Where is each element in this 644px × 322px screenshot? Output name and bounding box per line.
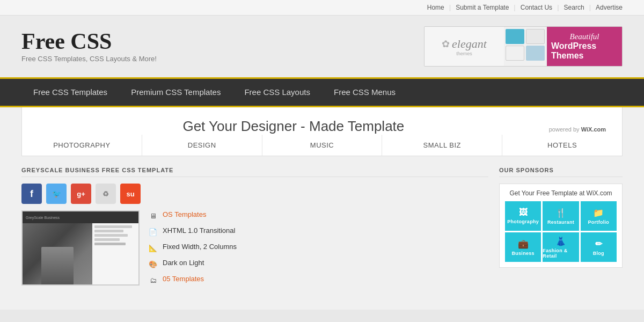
templates-count-link[interactable]: 05 Templates [163, 275, 204, 283]
site-header: Free CSS Free CSS Templates, CSS Layouts… [0, 16, 644, 79]
main-navigation: Free CSS Templates Premium CSS Templates… [0, 79, 644, 106]
wix-sponsor-grid: 🖼 Photography 🍴 Restaurant 📁 Portfolio 💼… [505, 201, 617, 262]
logo-area: Free CSS Free CSS Templates, CSS Layouts… [21, 30, 157, 63]
right-sidebar: OUR SPONSORS Get Your Free Template at W… [499, 167, 623, 291]
color-text: Dark on Light [163, 259, 204, 267]
blog-icon: ✏ [595, 239, 602, 249]
preview-topbar: GreyScale Business [23, 211, 138, 223]
ad-right-section: Beautiful WordPress Themes [547, 27, 622, 66]
ad-wp-themes-text: WordPress Themes [551, 41, 618, 61]
business-label: Business [511, 251, 534, 256]
portfolio-icon: 📁 [593, 208, 604, 218]
restaurant-icon: 🍴 [555, 208, 566, 218]
sponsors-heading: OUR SPONSORS [499, 167, 623, 177]
layout-text: Fixed Width, 2 Columns [163, 243, 237, 251]
wix-sponsor: Get Your Free Template at WiX.com 🖼 Phot… [499, 184, 623, 268]
blog-label: Blog [593, 251, 604, 256]
wix-brand: WiX.com [581, 126, 606, 133]
content-wrapper: Get Your Designer - Made Template powere… [0, 106, 644, 310]
fashion-icon: 👗 [555, 236, 566, 246]
tab-design[interactable]: DESIGN [142, 135, 262, 156]
wix-powered-by: powered by WiX.com [549, 126, 606, 133]
site-logo[interactable]: Free CSS [21, 30, 157, 53]
preview-photo [23, 223, 92, 284]
preview-mock: GreyScale Business [23, 211, 138, 284]
nav-premium-css-templates[interactable]: Premium CSS Templates [119, 79, 232, 106]
social-buttons: f 🐦 g+ ♻ su [21, 184, 488, 204]
info-color: 🎨 Dark on Light [148, 259, 488, 269]
nav-free-css-templates[interactable]: Free CSS Templates [21, 79, 119, 106]
nav-contact[interactable]: Contact Us [521, 4, 552, 11]
wix-cell-fashion[interactable]: 👗 Fashion & Retail [543, 232, 579, 262]
template-info: 🖥 OS Templates 📄 XHTML 1.0 Transitional … [148, 210, 488, 291]
main-section: GREYSCALE BUSINESS FREE CSS TEMPLATE f 🐦… [21, 167, 623, 291]
ad-elegant-text: elegant [452, 37, 487, 51]
nav-free-css-layouts[interactable]: Free CSS Layouts [232, 79, 322, 106]
nav-sep-3: | [558, 4, 559, 11]
photography-label: Photography [507, 219, 539, 224]
tab-music[interactable]: MUSIC [262, 135, 383, 156]
business-icon: 💼 [518, 239, 529, 249]
info-templates-count: 🗂 05 Templates [148, 275, 488, 286]
fashion-label: Fashion & Retail [543, 248, 579, 259]
facebook-button[interactable]: f [21, 184, 42, 204]
wix-banner-title: Get Your Designer - Made Template [182, 118, 404, 135]
nav-sep-4: | [589, 4, 590, 11]
reddit-button[interactable]: ♻ [96, 184, 116, 204]
template-section-heading: GREYSCALE BUSINESS FREE CSS TEMPLATE [21, 167, 488, 177]
portfolio-label: Portfolio [588, 219, 609, 225]
tab-hotels[interactable]: HOTELS [502, 135, 622, 156]
info-xhtml: 📄 XHTML 1.0 Transitional [148, 226, 488, 237]
wix-cell-restaurant[interactable]: 🍴 Restaurant [543, 201, 579, 231]
ad-beautiful-text: Beautiful [570, 32, 599, 41]
xhtml-text: XHTML 1.0 Transitional [163, 226, 235, 235]
wix-cell-photography[interactable]: 🖼 Photography [505, 201, 541, 231]
ad-middle-section [504, 27, 547, 66]
tab-small-biz[interactable]: SMALL BIZ [382, 135, 502, 156]
color-icon: 🎨 [148, 259, 158, 269]
info-os-templates: 🖥 OS Templates [148, 210, 488, 221]
os-templates-icon: 🖥 [148, 210, 158, 221]
nav-sep-1: | [449, 4, 450, 11]
category-tabs: PHOTOGRAPHY DESIGN MUSIC SMALL BIZ HOTEL… [21, 135, 623, 156]
nav-home[interactable]: Home [427, 4, 444, 11]
googleplus-button[interactable]: g+ [71, 184, 91, 204]
nav-free-css-menus[interactable]: Free CSS Menus [322, 79, 407, 106]
os-templates-link[interactable]: OS Templates [163, 210, 206, 218]
restaurant-label: Restaurant [547, 219, 574, 225]
nav-advertise[interactable]: Advertise [596, 4, 623, 11]
ad-left-section: ✿ elegant themes [425, 27, 504, 66]
info-layout: 📐 Fixed Width, 2 Columns [148, 243, 488, 253]
header-ad-banner[interactable]: ✿ elegant themes Beautiful WordPress The… [424, 26, 623, 67]
wix-cell-portfolio[interactable]: 📁 Portfolio [581, 201, 617, 231]
wix-cell-blog[interactable]: ✏ Blog [581, 232, 617, 262]
tab-photography[interactable]: PHOTOGRAPHY [22, 135, 142, 156]
left-content: GREYSCALE BUSINESS FREE CSS TEMPLATE f 🐦… [21, 167, 488, 291]
preview-body [23, 223, 138, 284]
wix-banner[interactable]: Get Your Designer - Made Template powere… [21, 107, 623, 135]
template-preview: GreyScale Business [21, 210, 488, 291]
nav-submit[interactable]: Submit a Template [456, 4, 509, 11]
layout-icon: 📐 [148, 243, 158, 253]
nav-sep-2: | [514, 4, 515, 11]
photography-icon: 🖼 [519, 208, 528, 217]
top-navigation: Home | Submit a Template | Contact Us | … [0, 0, 644, 16]
twitter-button[interactable]: 🐦 [46, 184, 67, 204]
site-tagline: Free CSS Templates, CSS Layouts & More! [21, 55, 157, 63]
nav-search[interactable]: Search [564, 4, 584, 11]
xhtml-icon: 📄 [148, 226, 158, 237]
templates-count-icon: 🗂 [148, 275, 158, 286]
preview-side [92, 223, 138, 284]
preview-image[interactable]: GreyScale Business [21, 210, 140, 286]
wix-sponsor-title: Get Your Free Template at WiX.com [505, 189, 617, 197]
wix-cell-business[interactable]: 💼 Business [505, 232, 541, 262]
ad-themes-text: themes [456, 51, 472, 56]
stumbleupon-button[interactable]: su [120, 184, 141, 204]
